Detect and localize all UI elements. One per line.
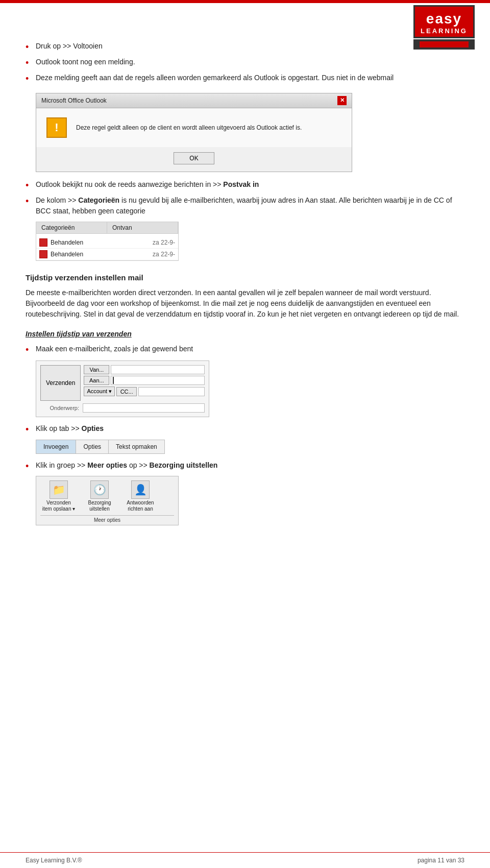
compose-aan-row: Aan...: [84, 376, 205, 385]
cat-col-1: Categorieën: [36, 222, 107, 233]
cursor-icon: [113, 377, 114, 384]
table-row: Behandelen za 22-9-: [36, 237, 178, 249]
bullet-item-2: • Outlook toont nog een melding.: [26, 57, 464, 69]
bullet5-bold: Categorieën: [78, 196, 119, 204]
bullet-text-1: Druk op >> Voltooien: [36, 41, 103, 52]
compose-subject-label: Onderwerp:: [40, 405, 81, 411]
meer-opties-group: 📁 Verzondenitem opslaan ▾ 🕐 Bezorginguit…: [36, 476, 179, 525]
compose-box: Verzenden Van... Aan...: [36, 360, 209, 417]
instellen-bullet-1: • Maak een e-mailbericht, zoals je dat g…: [26, 344, 464, 356]
compose-van-button[interactable]: Van...: [84, 365, 109, 374]
tab-invoegen[interactable]: Invoegen: [36, 440, 76, 453]
instellen-bullet-text-1: Maak een e-mailbericht, zoals je dat gew…: [36, 344, 193, 354]
compose-aan-input[interactable]: [111, 376, 205, 385]
categories-screenshot: Categorieën Ontvan Behandelen za 22-9- B…: [36, 222, 179, 261]
dialog-footer: OK: [36, 147, 352, 172]
instellen-bullet-icon-1: •: [26, 344, 36, 356]
bullet3-mid: op >>: [129, 461, 148, 469]
outlook-dialog: Microsoft Office Outlook ✕ ! Deze regel …: [36, 93, 352, 172]
bezorging-label: Bezorginguitstellen: [88, 500, 111, 512]
tabs-ribbon: Invoegen Opties Tekst opmaken: [36, 440, 165, 454]
cat-label-2: Behandelen: [51, 251, 150, 258]
logo-bottom: [413, 39, 475, 50]
instellen-bullet-text-2: Klik op tab >> Opties: [36, 423, 104, 434]
bullet-text-5: De kolom >> Categorieën is nu gevuld bij…: [36, 195, 464, 216]
bullet-item-3: • Deze melding geeft aan dat de regels a…: [26, 73, 464, 85]
dialog-title-text: Microsoft Office Outlook: [41, 97, 107, 104]
meer-opties-item-2: 🕐 Bezorginguitstellen: [81, 480, 118, 512]
dialog-close-button[interactable]: ✕: [337, 96, 347, 105]
cat-label-1: Behandelen: [51, 239, 150, 246]
dialog-message-text: Deze regel geldt alleen op de client en …: [76, 123, 302, 132]
meer-opties-screenshot-wrapper: 📁 Verzondenitem opslaan ▾ 🕐 Bezorginguit…: [36, 476, 464, 525]
logo-easy: easy: [420, 11, 468, 27]
compose-aan-button[interactable]: Aan...: [84, 376, 109, 385]
bullet4-bold: Postvak in: [223, 180, 259, 188]
instellen-bullet-icon-2: •: [26, 423, 36, 436]
bullet-item-4: • Outlook bekijkt nu ook de reeds aanwez…: [26, 179, 464, 192]
compose-main-row: Verzenden Van... Aan...: [40, 365, 205, 401]
dialog-ok-button[interactable]: OK: [174, 152, 214, 164]
footer-page: pagina 11 van 33: [418, 857, 464, 864]
bullet4-pre: Outlook bekijkt nu ook de reeds aanwezig…: [36, 180, 221, 188]
cat-date-2: za 22-9-: [153, 251, 175, 258]
meer-opties-item-1: 📁 Verzondenitem opslaan ▾: [40, 480, 77, 512]
section-instellen: Instellen tijdstip van verzenden • Maak …: [26, 329, 464, 525]
bullet3-bold1: Meer opties: [87, 461, 127, 469]
compose-screenshot-wrapper: Verzenden Van... Aan...: [36, 360, 464, 417]
instellen-bullet-icon-3: •: [26, 460, 36, 473]
bullet-text-3: Deze melding geeft aan dat de regels all…: [36, 73, 394, 83]
page-footer: Easy Learning B.V.® pagina 11 van 33: [0, 852, 490, 868]
table-row: Behandelen za 22-9-: [36, 249, 178, 260]
footer-company: Easy Learning B.V.®: [26, 857, 82, 864]
instellen-bullet-2: • Klik op tab >> Opties: [26, 423, 464, 436]
bullet-icon-2: •: [26, 57, 36, 69]
main-content: • Druk op >> Voltooien • Outlook toont n…: [0, 0, 490, 566]
bezorging-icon: 🕐: [90, 480, 109, 499]
bullet-item-5: • De kolom >> Categorieën is nu gevuld b…: [26, 195, 464, 216]
dialog-titlebar: Microsoft Office Outlook ✕: [36, 93, 352, 108]
verzonden-label: Verzondenitem opslaan ▾: [42, 500, 75, 512]
bullet-icon-1: •: [26, 41, 36, 54]
instellen-bullet-3: • Klik in groep >> Meer opties op >> Bez…: [26, 460, 464, 473]
bullet-icon-5: •: [26, 195, 36, 208]
instellen-heading: Instellen tijdstip van verzenden: [26, 329, 464, 340]
tab-opties[interactable]: Opties: [76, 440, 109, 453]
cat-date-1: za 22-9-: [153, 239, 175, 246]
bullet-item-1: • Druk op >> Voltooien: [26, 41, 464, 54]
tijdstip-heading-text: Tijdstip verzenden instellen mail: [26, 273, 143, 282]
tijdstip-heading: Tijdstip verzenden instellen mail: [26, 272, 464, 284]
compose-account-cc-row: Account ▾ CC...: [84, 387, 205, 396]
compose-subject-input[interactable]: [83, 403, 205, 413]
tabs-screenshot-wrapper: Invoegen Opties Tekst opmaken: [36, 440, 464, 454]
antwoorden-icon: 👤: [131, 480, 150, 499]
dialog-body: ! Deze regel geldt alleen op de client e…: [36, 108, 352, 147]
compose-cc-button[interactable]: CC...: [116, 387, 137, 396]
instellen-heading-text: Instellen tijdstip van verzenden: [26, 330, 132, 338]
logo-learning: LEARNING: [420, 27, 468, 35]
bullet5-pre: De kolom >>: [36, 196, 76, 204]
compose-account-button[interactable]: Account ▾: [84, 387, 115, 396]
logo-box: easy LEARNING: [413, 5, 475, 38]
meer-opties-footer: Meer opties: [40, 515, 174, 523]
cat-col-2: Ontvan: [107, 222, 178, 233]
compose-cc-input[interactable]: [138, 387, 205, 396]
compose-send-button[interactable]: Verzenden: [40, 365, 81, 401]
bullet3-bold2: Bezorging uitstellen: [150, 461, 218, 469]
bullet-text-4: Outlook bekijkt nu ook de reeds aanwezig…: [36, 179, 259, 190]
tab-tekst-opmaken[interactable]: Tekst opmaken: [109, 440, 164, 453]
compose-van-input[interactable]: [111, 365, 205, 374]
categories-header: Categorieën Ontvan: [36, 222, 178, 234]
compose-subject-row: Onderwerp:: [40, 403, 205, 413]
warning-icon: !: [46, 117, 67, 138]
bullet3-pre: Klik in groep >>: [36, 461, 85, 469]
tijdstip-para1: De meeste e-mailberichten worden direct …: [26, 287, 464, 320]
bullet-icon-4: •: [26, 179, 36, 192]
bullet-icon-3: •: [26, 73, 36, 85]
logo-container: easy LEARNING: [413, 5, 475, 51]
antwoorden-label: Antwoordenrichten aan: [127, 500, 154, 512]
compose-fields: Van... Aan... Account ▾ CC...: [84, 365, 205, 401]
bullet2-pre: Klik op tab >>: [36, 424, 80, 432]
cat-color-box-1: [39, 238, 47, 247]
compose-van-row: Van...: [84, 365, 205, 374]
